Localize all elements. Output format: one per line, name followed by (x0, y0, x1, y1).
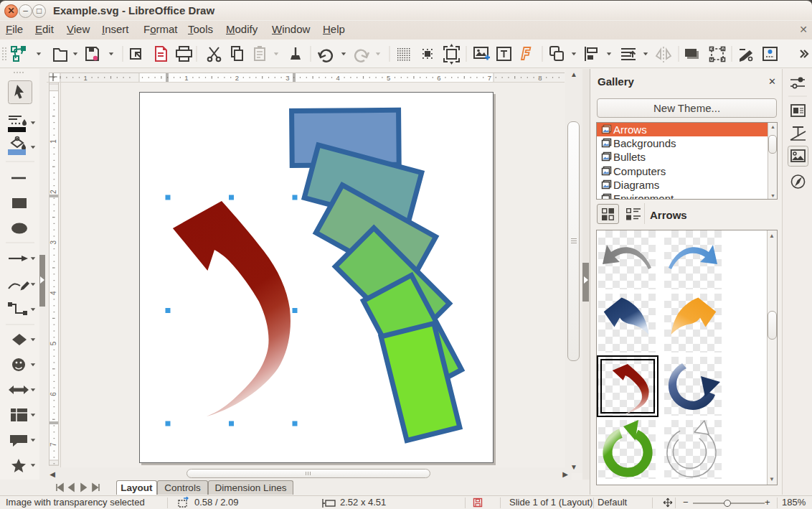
svg-text:5: 5 (387, 74, 390, 82)
svg-text:8: 8 (538, 74, 542, 82)
svg-text:2: 2 (235, 74, 239, 82)
svg-text:4: 4 (49, 291, 57, 295)
svg-text:1: 1 (49, 139, 57, 144)
svg-text:1: 1 (184, 74, 188, 82)
svg-text:6: 6 (437, 74, 440, 82)
svg-text:6: 6 (49, 392, 57, 396)
svg-text:3: 3 (49, 240, 57, 244)
svg-text:3: 3 (285, 74, 289, 82)
svg-text:7: 7 (488, 74, 491, 82)
svg-text:5: 5 (49, 341, 57, 345)
svg-text:7: 7 (49, 442, 57, 447)
svg-text:4: 4 (336, 74, 340, 82)
svg-text:1: 1 (84, 74, 88, 82)
svg-text:2: 2 (49, 190, 57, 194)
